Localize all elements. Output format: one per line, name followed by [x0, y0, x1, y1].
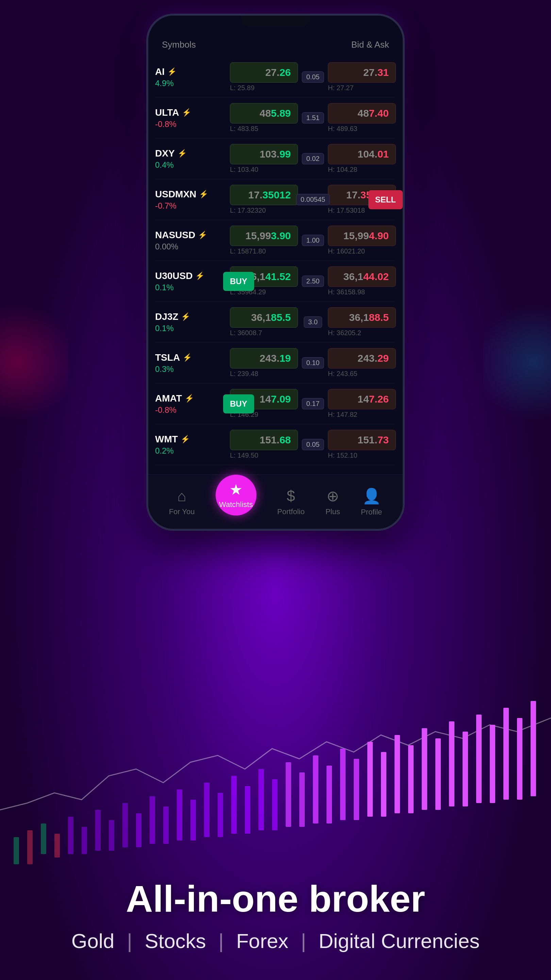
bid-box[interactable]: 27.26 [230, 62, 298, 83]
nav-for-you[interactable]: ⌂ For You [169, 488, 195, 516]
spread-badge: 1.51 [302, 112, 324, 124]
nav-plus-label: Plus [326, 508, 340, 516]
stock-row[interactable]: USDMXN ⚡ -0.7% 17.35012 L: 17.32320 0.00… [155, 179, 396, 220]
low-row: L: 25.89 [230, 84, 298, 92]
stock-row[interactable]: U30USD ⚡ 0.1% 36,141.52 L: 35964.29 2.50 [155, 261, 396, 302]
stock-row[interactable]: DJ3Z ⚡ 0.1% 36,185.5 L: 36008.7 3.0 [155, 302, 396, 343]
bid-price: 147.09 [259, 393, 291, 404]
bid-highlight: 41.52 [265, 271, 291, 282]
ask-main-dim: 15,99 [343, 230, 369, 241]
ask-highlight: 4.90 [369, 230, 389, 241]
nav-watchlists[interactable]: ★ Watchlists [216, 475, 256, 515]
bid-cell: 36,185.5 L: 36008.7 [230, 307, 298, 337]
ask-box[interactable]: 36,188.5 [328, 307, 396, 328]
lightning-icon: ⚡ [178, 149, 187, 158]
svg-rect-33 [462, 732, 468, 807]
low-row: L: 103.40 [230, 166, 298, 173]
ask-box[interactable]: 27.31 [328, 62, 396, 83]
lightning-icon: ⚡ [199, 190, 208, 199]
bid-box[interactable]: 243.19 [230, 348, 298, 369]
ask-cell: 15,994.90 H: 16021.20 [328, 226, 396, 255]
high-value: H: 152.10 [328, 452, 357, 460]
low-value: L: 483.85 [230, 125, 258, 133]
svg-rect-21 [299, 772, 305, 827]
nav-profile-label: Profile [361, 508, 382, 517]
stock-row[interactable]: AMAT ⚡ -0.8% 147.09 L: 146.29 0.17 [155, 383, 396, 424]
ask-price: 27.31 [363, 67, 389, 78]
ask-box[interactable]: 15,994.90 [328, 226, 396, 246]
person-icon: 👤 [362, 487, 381, 505]
svg-rect-13 [191, 800, 196, 840]
nav-portfolio[interactable]: $ Portfolio [277, 488, 305, 516]
svg-rect-6 [95, 810, 101, 851]
buy-button[interactable]: BUY [223, 395, 254, 414]
spread-badge: 0.05 [302, 439, 324, 450]
ask-box[interactable]: 243.29 [328, 348, 396, 369]
low-value: L: 17.32320 [230, 207, 266, 215]
bid-highlight: 26 [279, 67, 291, 78]
bid-box[interactable]: 151.68 [230, 430, 298, 450]
svg-rect-1 [27, 830, 33, 864]
sell-button[interactable]: SELL [368, 190, 403, 209]
ask-box[interactable]: 487.40 [328, 103, 396, 124]
nav-plus[interactable]: ⊕ Plus [326, 487, 340, 516]
stock-symbol: TSLA ⚡ [155, 352, 230, 363]
ask-main-dim: 36,1 [349, 312, 369, 323]
ask-main-dim: 27. [363, 67, 378, 78]
bid-highlight: 85.5 [271, 312, 291, 323]
svg-rect-18 [259, 769, 264, 830]
symbol-col: NASUSD ⚡ 0.00% [155, 230, 230, 251]
stock-row[interactable]: WMT ⚡ 0.2% 151.68 L: 149.50 0.05 [155, 424, 396, 465]
svg-rect-17 [245, 786, 250, 834]
bid-price: 15,993.90 [246, 230, 291, 241]
symbol-col: ULTA ⚡ -0.8% [155, 107, 230, 129]
buy-button[interactable]: BUY [223, 272, 254, 291]
nav-for-you-label: For You [169, 508, 195, 516]
ask-box[interactable]: 147.26 [328, 389, 396, 409]
svg-rect-7 [109, 820, 114, 851]
low-row: L: 17.32320 [230, 207, 298, 215]
low-value: L: 15871.80 [230, 247, 266, 255]
svg-rect-36 [503, 708, 509, 800]
ask-main-dim: 151. [357, 434, 377, 445]
ask-price: 147.26 [357, 393, 389, 404]
high-row: H: 36158.98 [328, 288, 396, 296]
bid-box[interactable]: 17.35012 [230, 185, 298, 205]
bid-main-dim: 48 [259, 108, 271, 119]
stock-symbol: USDMXN ⚡ [155, 189, 230, 200]
svg-rect-3 [54, 834, 60, 858]
ask-box[interactable]: 36,144.02 [328, 266, 396, 287]
svg-rect-9 [136, 813, 141, 847]
bid-price: 36,185.5 [251, 312, 291, 323]
ask-box[interactable]: 151.73 [328, 430, 396, 450]
symbol-name: USDMXN [155, 189, 196, 200]
symbol-name: ULTA [155, 107, 179, 118]
stock-row[interactable]: DXY ⚡ 0.4% 103.99 L: 103.40 0.02 [155, 138, 396, 179]
bid-main-dim: 103. [259, 148, 279, 159]
low-value: L: 103.40 [230, 166, 258, 173]
stock-row[interactable]: AI ⚡ 4.9% 27.26 L: 25.89 0.05 [155, 57, 396, 98]
low-value: L: 36008.7 [230, 329, 262, 337]
svg-rect-19 [272, 779, 278, 830]
ask-highlight: 88.5 [369, 312, 389, 323]
bid-box[interactable]: 103.99 [230, 144, 298, 164]
bid-box[interactable]: 15,993.90 [230, 226, 298, 246]
ask-box[interactable]: 104.01 [328, 144, 396, 164]
bid-main-dim: 243. [259, 353, 279, 364]
bid-box[interactable]: 485.89 [230, 103, 298, 124]
bid-box[interactable]: 36,185.5 [230, 307, 298, 328]
nav-profile[interactable]: 👤 Profile [361, 487, 382, 517]
bid-cell: 243.19 L: 239.48 [230, 348, 298, 378]
ask-cell: 487.40 H: 489.63 [328, 103, 396, 133]
stock-change: 0.4% [155, 160, 230, 170]
stock-row[interactable]: TSLA ⚡ 0.3% 243.19 L: 239.48 0.10 [155, 343, 396, 383]
stock-row[interactable]: NASUSD ⚡ 0.00% 15,993.90 L: 15871.80 1.0… [155, 220, 396, 261]
stock-row[interactable]: ULTA ⚡ -0.8% 485.89 L: 483.85 1.51 [155, 98, 396, 138]
svg-rect-38 [530, 701, 536, 796]
stock-change: 0.3% [155, 364, 230, 374]
ask-price: 15,994.90 [343, 230, 389, 241]
stock-symbol: ULTA ⚡ [155, 107, 230, 118]
ask-cell: 151.73 H: 152.10 [328, 430, 396, 460]
ask-price: 36,144.02 [343, 271, 389, 282]
glow-right [483, 294, 551, 430]
